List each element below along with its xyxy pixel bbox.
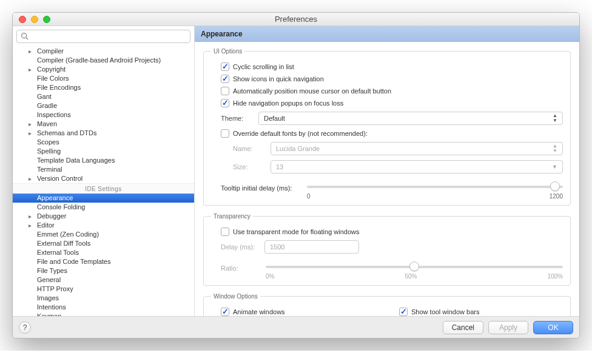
cyclic-scrolling-label: Cyclic scrolling in list (233, 63, 294, 70)
override-fonts-row[interactable]: Override default fonts by (not recommend… (211, 127, 563, 140)
tree-item-intentions[interactable]: Intentions (13, 303, 194, 312)
cancel-button[interactable]: Cancel (443, 321, 483, 334)
page-title: Appearance (195, 26, 579, 42)
auto-position-checkbox[interactable] (221, 87, 229, 95)
tool-window-bars-label: Show tool window bars (411, 308, 480, 315)
tree-item-spelling[interactable]: Spelling (13, 147, 194, 156)
tree-item-keymap[interactable]: Keymap (13, 312, 194, 316)
cyclic-scrolling-checkbox[interactable] (221, 62, 229, 71)
show-icons-checkbox[interactable] (221, 75, 229, 83)
transparency-delay-field (264, 240, 359, 254)
tree-item-version-control[interactable]: Version Control (13, 174, 194, 183)
tree-item-emmet-zen-coding[interactable]: Emmet (Zen Coding) (13, 230, 194, 239)
font-size-field: 13 ▼ (271, 160, 563, 174)
tree-item-gant[interactable]: Gant (13, 92, 194, 101)
tree-item-debugger[interactable]: Debugger (13, 212, 194, 221)
font-name-value: Lucida Grande (276, 145, 320, 152)
tree-item-file-types[interactable]: File Types (13, 266, 194, 275)
tree-item-schemas-and-dtds[interactable]: Schemas and DTDs (13, 129, 194, 138)
animate-windows-label: Animate windows (233, 308, 285, 315)
apply-button[interactable]: Apply (488, 321, 528, 334)
transparent-mode-row[interactable]: Use transparent mode for floating window… (211, 226, 563, 238)
tree-item-file-encodings[interactable]: File Encodings (13, 83, 194, 92)
ratio-100: 100% (547, 273, 563, 280)
tree-item-copyright[interactable]: Copyright (13, 65, 194, 74)
tree-item-template-data-languages[interactable]: Template Data Languages (13, 156, 194, 165)
tree-item-editor[interactable]: Editor (13, 221, 194, 230)
transparency-group: Transparency Use transparent mode for fl… (203, 213, 571, 286)
hide-popups-label: Hide navigation popups on focus loss (233, 99, 343, 107)
font-size-label: Size: (233, 163, 264, 170)
font-name-label: Name: (233, 145, 264, 152)
preferences-window: Preferences CompilerCompiler (Gradle-bas… (12, 12, 580, 339)
animate-windows-checkbox[interactable] (221, 308, 229, 316)
tree-item-maven[interactable]: Maven (13, 120, 194, 129)
tree-item-gradle[interactable]: Gradle (13, 101, 194, 110)
transparent-mode-label: Use transparent mode for floating window… (233, 228, 360, 235)
tree-item-compiler-gradle-based-android-projects[interactable]: Compiler (Gradle-based Android Projects) (13, 56, 194, 65)
theme-value: Default (264, 115, 285, 122)
ui-options-legend: UI Options (211, 48, 244, 55)
tooltip-delay-slider[interactable]: 0 1200 (307, 180, 563, 197)
window-title: Preferences (13, 15, 579, 24)
tree-item-http-proxy[interactable]: HTTP Proxy (13, 285, 194, 294)
tool-window-bars-row[interactable]: Show tool window bars (399, 306, 563, 316)
help-button[interactable]: ? (19, 322, 31, 334)
tooltip-max: 1200 (550, 193, 563, 200)
tree-item-inspections[interactable]: Inspections (13, 110, 194, 120)
tree-item-file-and-code-templates[interactable]: File and Code Templates (13, 257, 194, 266)
tooltip-min: 0 (307, 193, 311, 200)
main-panel: Appearance UI Options Cyclic scrolling i… (195, 26, 579, 316)
search-input[interactable] (16, 30, 190, 43)
ratio-slider: 0% 50% 100% (266, 260, 563, 277)
show-icons-label: Show icons in quick navigation (233, 75, 324, 83)
tooltip-delay-label: Tooltip initial delay (ms): (221, 184, 300, 192)
animate-windows-row[interactable]: Animate windows (211, 306, 375, 316)
updown-icon: ▲▼ (553, 144, 557, 153)
tree-item-compiler[interactable]: Compiler (13, 47, 194, 56)
ui-options-group: UI Options Cyclic scrolling in list Show… (203, 48, 571, 206)
tree-item-scopes[interactable]: Scopes (13, 138, 194, 147)
tree-item-appearance[interactable]: Appearance (13, 194, 194, 203)
tree-item-terminal[interactable]: Terminal (13, 165, 194, 174)
svg-line-1 (26, 38, 28, 39)
window-options-group: Window Options Animate windows Show memo… (203, 293, 571, 316)
font-size-value: 13 (276, 163, 283, 170)
titlebar: Preferences (13, 13, 579, 26)
ratio-0: 0% (266, 273, 274, 280)
override-fonts-label: Override default fonts by (not recommend… (233, 130, 368, 137)
theme-select[interactable]: Default ▲▼ (258, 112, 563, 125)
cyclic-scrolling-row[interactable]: Cyclic scrolling in list (211, 61, 563, 73)
ide-settings-separator: IDE Settings (13, 183, 194, 194)
font-name-select: Lucida Grande ▲▼ (271, 142, 563, 155)
ok-button[interactable]: OK (533, 321, 573, 334)
show-icons-row[interactable]: Show icons in quick navigation (211, 73, 563, 85)
transparency-delay-label: Delay (ms): (221, 243, 258, 251)
tree-item-external-tools[interactable]: External Tools (13, 248, 194, 257)
hide-popups-checkbox[interactable] (221, 99, 229, 107)
transparent-mode-checkbox[interactable] (221, 228, 229, 236)
tree-item-external-diff-tools[interactable]: External Diff Tools (13, 239, 194, 248)
tree-item-images[interactable]: Images (13, 294, 194, 303)
ratio-label: Ratio: (221, 265, 258, 272)
window-options-legend: Window Options (211, 293, 260, 300)
dropdown-icon: ▼ (552, 164, 557, 170)
tree-item-console-folding[interactable]: Console Folding (13, 203, 194, 212)
theme-label: Theme: (221, 115, 252, 122)
ratio-50: 50% (405, 273, 417, 280)
override-fonts-checkbox[interactable] (221, 129, 229, 138)
tree-item-file-colors[interactable]: File Colors (13, 74, 194, 83)
search-icon (21, 32, 29, 40)
auto-position-label: Automatically position mouse cursor on d… (233, 87, 391, 95)
auto-position-row[interactable]: Automatically position mouse cursor on d… (211, 85, 563, 97)
settings-tree[interactable]: CompilerCompiler (Gradle-based Android P… (13, 47, 194, 316)
footer: ? Cancel Apply OK (13, 316, 579, 338)
updown-icon: ▲▼ (553, 113, 557, 123)
tool-window-bars-checkbox[interactable] (399, 308, 408, 316)
tree-item-general[interactable]: General (13, 275, 194, 285)
transparency-legend: Transparency (211, 213, 253, 220)
hide-popups-row[interactable]: Hide navigation popups on focus loss (211, 97, 563, 109)
svg-point-0 (22, 33, 27, 38)
sidebar: CompilerCompiler (Gradle-based Android P… (13, 26, 195, 316)
